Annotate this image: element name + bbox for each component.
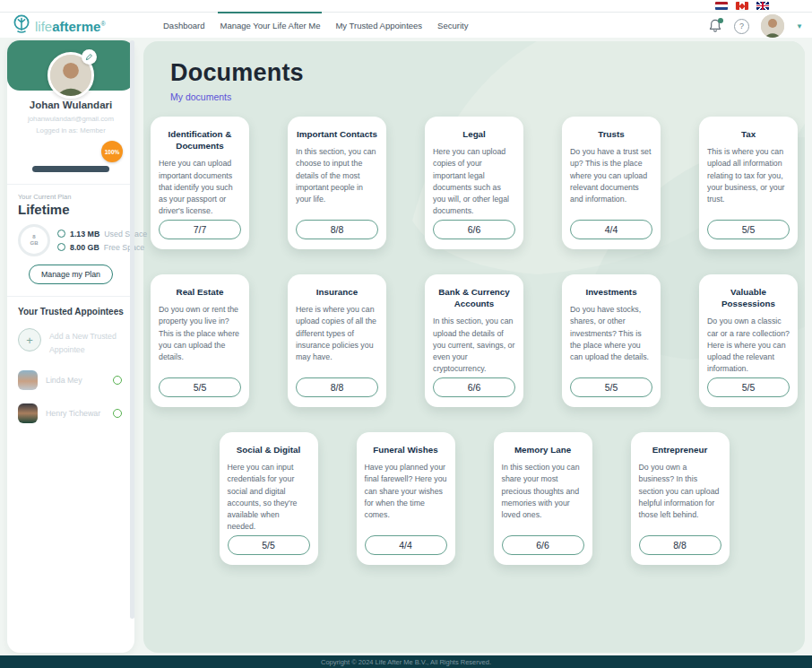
card-count-button[interactable]: 8/8: [296, 220, 378, 239]
card-title: Legal: [433, 128, 515, 140]
profile-role: Logged in as: Member: [7, 126, 134, 134]
card-title: Real Estate: [159, 286, 241, 298]
card-description: This is where you can upload all informa…: [707, 146, 790, 205]
add-appointee-button[interactable]: + Add a New Trusted Appointee: [18, 328, 124, 357]
card-bank-currency-accounts[interactable]: Bank & Currency Accounts In this section…: [425, 274, 523, 407]
help-icon[interactable]: ?: [734, 19, 749, 34]
chevron-down-icon[interactable]: ▼: [796, 22, 803, 30]
user-avatar[interactable]: [761, 14, 784, 38]
card-count-button[interactable]: 5/5: [159, 377, 241, 397]
card-memory-lane[interactable]: Memory Lane In this section you can shar…: [494, 432, 592, 565]
card-count-button[interactable]: 5/5: [228, 535, 310, 555]
card-title: Funeral Wishes: [365, 444, 447, 455]
card-important-contacts[interactable]: Important Contacts In this section, you …: [288, 117, 386, 249]
status-circle-icon: [113, 409, 122, 418]
flag-united-kingdom-icon[interactable]: [756, 2, 769, 10]
manage-plan-button[interactable]: Manage my Plan: [29, 265, 113, 284]
card-count-button[interactable]: 4/4: [570, 220, 652, 239]
card-description: Here you can input credentials for your …: [228, 462, 310, 533]
storage-gauge: 8GB: [18, 224, 50, 256]
nav-security[interactable]: Security: [436, 12, 470, 38]
card-entrepreneur[interactable]: Entrepreneur Do you own a business? In t…: [631, 432, 730, 565]
card-description: Here you can upload copies of your impor…: [433, 146, 515, 217]
card-real-estate[interactable]: Real Estate Do you own or rent the prope…: [151, 274, 249, 407]
appointee-list: Linda Mey Henry Tichewar: [18, 370, 124, 423]
profile-name: Johan Wulandari: [7, 100, 134, 110]
notification-dot: [718, 18, 723, 23]
completion-badge: 100%: [101, 141, 123, 162]
document-cards-grid: Identification & Documents Here you can …: [143, 117, 805, 565]
card-description: Do you have a trust set up? This is the …: [570, 146, 652, 205]
card-title: Important Contacts: [296, 128, 378, 140]
appointee-henry-tichewar[interactable]: Henry Tichewar: [18, 403, 124, 423]
appointee-avatar: [18, 403, 38, 423]
appointee-avatar: [18, 370, 38, 390]
appointee-name: Linda Mey: [46, 376, 105, 385]
appointee-name: Henry Tichewar: [46, 409, 105, 418]
logo-text: lifeafterme®: [35, 13, 106, 38]
card-count-button[interactable]: 6/6: [433, 377, 515, 397]
card-count-button[interactable]: 5/5: [570, 377, 652, 397]
card-identification-documents[interactable]: Identification & Documents Here you can …: [151, 117, 249, 249]
appointees-section: Your Trusted Appointees + Add a New Trus…: [7, 297, 134, 433]
page-title: Documents: [170, 59, 805, 87]
nav-manage-your-life-after-me[interactable]: Manage Your Life After Me: [218, 12, 322, 38]
card-title: Trusts: [570, 128, 652, 140]
profile-card: Johan Wulandari johanwulandari@gmail.com…: [7, 40, 134, 184]
card-trusts[interactable]: Trusts Do you have a trust set up? This …: [562, 117, 661, 249]
my-documents-link[interactable]: My documents: [170, 91, 231, 102]
card-tax[interactable]: Tax This is where you can upload all inf…: [699, 117, 798, 249]
flag-netherlands-icon[interactable]: [715, 2, 728, 10]
card-description: In this section, you can upload the deta…: [433, 316, 515, 375]
card-title: Valuable Possessions: [707, 286, 790, 309]
edit-profile-button[interactable]: [82, 49, 97, 65]
card-investments[interactable]: Investments Do you have stocks, shares, …: [562, 274, 661, 407]
main-panel: Documents My documents Identification & …: [143, 41, 805, 653]
plan-section-label: Your Current Plan: [18, 193, 124, 201]
flag-canada-icon[interactable]: [736, 2, 748, 10]
profile-progress-bar: [32, 166, 109, 172]
card-count-button[interactable]: 6/6: [433, 220, 515, 239]
sidebar-scrollbar[interactable]: [130, 40, 134, 619]
card-description: Do you own or rent the property you live…: [159, 304, 241, 363]
plus-icon: +: [18, 328, 41, 351]
bullet-icon: [57, 243, 65, 251]
nav-my-trusted-appointees[interactable]: My Trusted Appointees: [333, 12, 424, 38]
appointee-linda-mey[interactable]: Linda Mey: [18, 370, 124, 390]
card-title: Identification & Documents: [159, 128, 241, 152]
card-count-button[interactable]: 8/8: [296, 377, 378, 397]
card-count-button[interactable]: 6/6: [502, 535, 584, 555]
card-count-button[interactable]: 8/8: [639, 535, 721, 555]
card-description: In this section, you can choose to input…: [296, 146, 378, 205]
appointees-title: Your Trusted Appointees: [18, 307, 124, 317]
card-title: Insurance: [296, 286, 378, 298]
card-description: Here you can upload important documents …: [159, 158, 241, 217]
status-circle-icon: [113, 376, 122, 385]
card-count-button[interactable]: 7/7: [159, 220, 241, 239]
main-nav: DashboardManage Your Life After MeMy Tru…: [161, 12, 470, 38]
card-legal[interactable]: Legal Here you can upload copies of your…: [425, 117, 523, 249]
card-description: In this section you can share your most …: [502, 462, 584, 521]
plan-name: Lifetime: [18, 202, 124, 217]
card-valuable-possessions[interactable]: Valuable Possessions Do you own a classi…: [699, 274, 798, 407]
sidebar: Johan Wulandari johanwulandari@gmail.com…: [7, 40, 134, 653]
card-count-button[interactable]: 4/4: [365, 535, 447, 555]
card-row: Social & Digital Here you can input cred…: [151, 432, 798, 565]
card-title: Memory Lane: [502, 444, 584, 455]
header-icons: ? ▼: [708, 14, 803, 38]
tree-logo-icon: [11, 13, 32, 39]
card-insurance[interactable]: Insurance Here is where you can upload c…: [288, 274, 386, 407]
plan-card: Your Current Plan Lifetime 8GB 1.13 MB U…: [7, 185, 134, 296]
nav-dashboard[interactable]: Dashboard: [161, 12, 206, 38]
card-funeral-wishes[interactable]: Funeral Wishes Have you planned your fin…: [357, 432, 455, 565]
card-title: Entrepreneur: [639, 444, 721, 455]
card-social-digital[interactable]: Social & Digital Here you can input cred…: [220, 432, 318, 565]
notification-bell-icon[interactable]: [708, 18, 722, 34]
card-description: Do you have stocks, shares, or other inv…: [570, 304, 652, 363]
app-logo[interactable]: lifeafterme®: [11, 13, 106, 39]
card-count-button[interactable]: 5/5: [707, 220, 790, 239]
card-count-button[interactable]: 5/5: [707, 377, 790, 397]
bullet-icon: [57, 230, 65, 238]
card-title: Social & Digital: [228, 444, 310, 455]
card-description: Do you own a business? In this section y…: [639, 462, 721, 521]
